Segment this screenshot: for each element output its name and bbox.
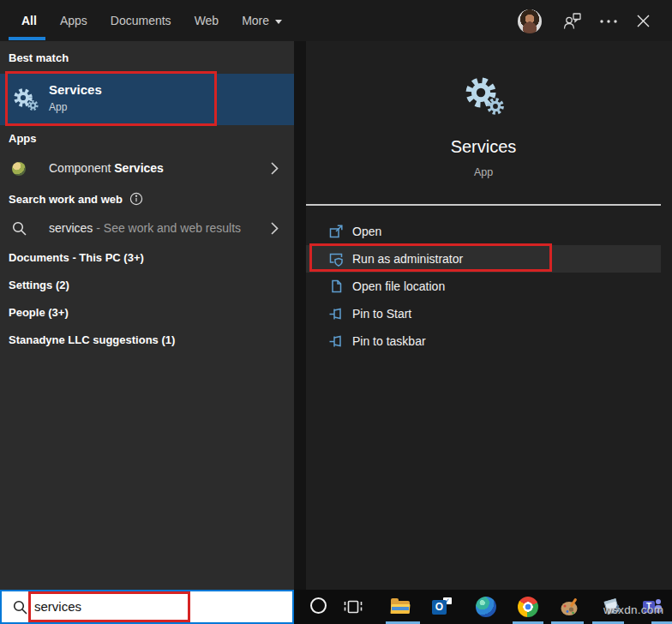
tab-more[interactable]: More (242, 14, 282, 27)
selected-tab-underline (9, 37, 45, 40)
best-match-subtitle: App (49, 101, 102, 113)
pin-icon (328, 306, 344, 321)
chevron-right-icon[interactable] (271, 222, 279, 235)
tab-documents[interactable]: Documents (111, 14, 171, 27)
tab-web[interactable]: Web (195, 14, 219, 27)
taskbar-search-input[interactable]: services (0, 590, 294, 624)
start-search-window: All Apps Documents Web More Best match (0, 0, 672, 624)
component-services-icon (12, 162, 26, 176)
chevron-right-icon[interactable] (271, 162, 279, 175)
tab-apps[interactable]: Apps (60, 14, 87, 27)
preview-app-subtitle: App (306, 166, 661, 178)
preview-app-title: Services (306, 137, 661, 157)
open-icon (328, 224, 344, 239)
user-avatar[interactable] (518, 9, 542, 33)
best-match-title: Services (49, 82, 102, 97)
action-run-as-administrator[interactable]: Run as administrator (306, 245, 661, 273)
edge-icon[interactable] (476, 597, 496, 617)
search-work-web-header: Search work and web (9, 192, 143, 206)
chrome-icon[interactable] (518, 597, 538, 617)
chevron-down-icon (275, 20, 282, 24)
panel-divider-gap (294, 41, 306, 590)
section-documents[interactable]: Documents - This PC (3+) (9, 251, 144, 264)
search-results-panel: Best match Services App Apps Component S… (0, 41, 294, 590)
services-gear-icon (13, 87, 40, 112)
taskbar: services ✓O (0, 590, 672, 624)
feedback-icon[interactable] (562, 12, 582, 31)
task-view-icon[interactable] (343, 597, 363, 617)
paint-icon[interactable] (560, 597, 580, 617)
action-open[interactable]: Open (306, 218, 661, 245)
info-icon[interactable] (129, 192, 143, 206)
action-open-file-location[interactable]: Open file location (306, 273, 661, 300)
result-web-search-services[interactable]: services - See work and web results (0, 213, 294, 245)
open-file-location-icon (328, 279, 344, 294)
file-explorer-icon[interactable] (390, 597, 411, 617)
watermark: wsxdn.com (603, 603, 663, 616)
preview-panel: Services App Open Run as administrator O… (306, 41, 672, 590)
result-component-services[interactable]: Component Services (0, 153, 294, 185)
section-people[interactable]: People (3+) (9, 306, 69, 319)
pin-icon (328, 333, 344, 349)
best-match-result-services[interactable]: Services App (0, 74, 294, 125)
preview-divider (306, 204, 661, 206)
tab-all[interactable]: All (21, 14, 37, 27)
best-match-header: Best match (9, 51, 69, 64)
close-icon[interactable] (637, 15, 650, 27)
section-suggestions[interactable]: Stanadyne LLC suggestions (1) (9, 333, 175, 346)
search-filter-bar: All Apps Documents Web More (0, 0, 672, 41)
search-input-value[interactable]: services (34, 591, 81, 622)
ellipsis-icon[interactable] (600, 20, 617, 23)
action-pin-to-start[interactable]: Pin to Start (306, 300, 661, 327)
services-gear-icon (461, 75, 507, 117)
action-pin-to-taskbar[interactable]: Pin to taskbar (306, 327, 661, 355)
apps-header: Apps (9, 132, 37, 145)
section-settings[interactable]: Settings (2) (9, 279, 69, 291)
search-icon (13, 600, 27, 615)
outlook-icon[interactable]: ✓O (432, 597, 453, 617)
cortana-icon[interactable] (310, 597, 327, 614)
search-icon (12, 221, 27, 236)
run-as-admin-icon (328, 251, 344, 267)
